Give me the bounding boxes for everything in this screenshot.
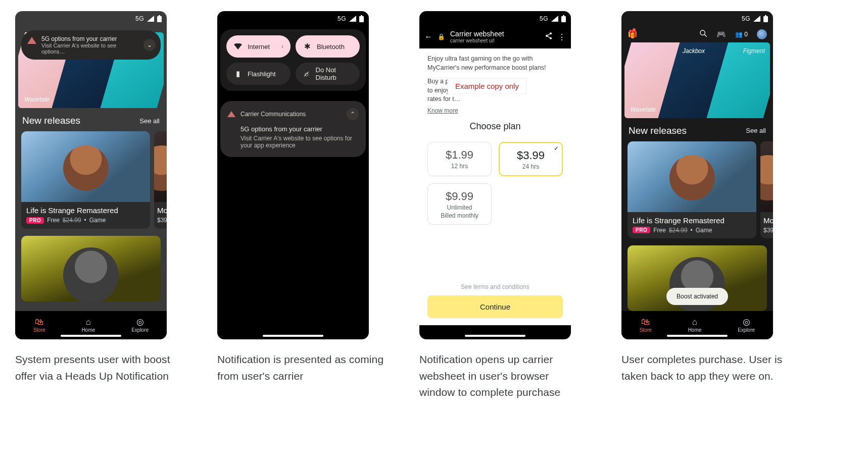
network-label: 5G [135, 15, 144, 22]
see-all-link[interactable]: See all [746, 127, 766, 134]
svg-rect-5 [361, 15, 362, 16]
svg-point-11 [550, 37, 552, 39]
status-bar: 5G [15, 11, 167, 26]
avatar[interactable] [757, 29, 767, 39]
nav-store[interactable]: 🛍 Store [640, 318, 652, 333]
phone-screen-1: 5G 5G options from your carrier Visit Ca… [15, 11, 167, 339]
headsup-notification[interactable]: 5G options from your carrier Visit Carri… [21, 30, 161, 60]
page-subtitle: carrier websheet url [450, 38, 504, 43]
game-art [760, 141, 773, 212]
price-free: Free [47, 217, 60, 224]
nav-explore[interactable]: ◎ Explore [131, 318, 149, 333]
nav-explore[interactable]: ◎ Explore [738, 318, 755, 333]
game-card-partial[interactable]: Moto $39.99 [154, 131, 167, 229]
svg-point-9 [550, 33, 552, 35]
choose-plan-heading: Choose plan [427, 121, 563, 132]
dnd-icon: ○ [303, 70, 311, 78]
svg-rect-2 [159, 15, 160, 16]
game-title-stub: Moto [154, 202, 167, 217]
featured-carousel[interactable]: Wavetale Jackbox Figment [624, 42, 770, 118]
phone-screen-3: 5G ← 🔒 Carrier websheet carrie [419, 11, 571, 339]
plan-desc: 12 hrs [432, 163, 487, 170]
people-count[interactable]: 👥 0 [735, 31, 748, 38]
status-bar: 5G [217, 11, 369, 26]
terms-link[interactable]: See terms and conditions [427, 283, 563, 290]
caption-4: User completes purchase. User is taken b… [621, 351, 788, 384]
nav-home[interactable]: ⌂ Home [688, 318, 702, 333]
game-card[interactable]: Life is Strange Remastered PRO Free $24.… [21, 131, 150, 229]
game-art [154, 131, 167, 202]
chevron-right-icon: › [281, 43, 283, 50]
category: Game [89, 217, 106, 224]
svg-marker-6 [551, 16, 558, 22]
qs-dnd[interactable]: ○ Do Not Disturb [296, 63, 360, 85]
svg-rect-13 [763, 16, 768, 22]
carrier-notification[interactable]: Carrier Communications ⌃ 5G options from… [220, 101, 366, 157]
svg-rect-1 [157, 16, 162, 22]
quick-settings: Internet › ✱ Bluetooth ▮ Flashlight ○ Do… [220, 29, 366, 91]
svg-rect-14 [765, 15, 766, 16]
game-art [628, 141, 756, 212]
signal-icon [551, 16, 558, 22]
qs-flashlight[interactable]: ▮ Flashlight [226, 63, 291, 85]
explore-icon: ◎ [743, 318, 750, 326]
battery-icon [561, 15, 566, 22]
svg-point-10 [546, 35, 548, 37]
caption-2: Notification is presented as coming from… [217, 351, 384, 384]
status-bar: 5G [419, 11, 571, 26]
controller-icon[interactable]: 🎮 [716, 30, 726, 39]
search-icon[interactable] [699, 29, 707, 39]
notif-body: Visit Carrier A's website to see options… [240, 135, 357, 149]
nav-home[interactable]: ⌂ Home [82, 318, 95, 333]
svg-marker-0 [147, 16, 154, 22]
store-app: 5G 5G options from your carrier Visit Ca… [15, 11, 167, 339]
battery-icon [763, 15, 768, 22]
know-more-link[interactable]: Know more [427, 107, 458, 114]
plan-grid: $1.99 12 hrs ✓ $3.99 24 hrs $9.99 Unlimi… [419, 142, 571, 225]
example-copy-overlay: Example copy only [448, 78, 526, 94]
plan-option[interactable]: $1.99 12 hrs [427, 142, 492, 176]
plan-option-selected[interactable]: ✓ $3.99 24 hrs [499, 142, 563, 176]
back-arrow-icon[interactable]: ← [424, 32, 432, 41]
pro-badge: PRO [26, 217, 44, 224]
battery-icon [157, 15, 162, 22]
promo-label-3: Figment [743, 47, 765, 113]
battery-icon [359, 15, 364, 22]
qs-bluetooth[interactable]: ✱ Bluetooth [296, 35, 360, 58]
checkmark-icon: ✓ [554, 145, 559, 152]
share-icon[interactable] [545, 32, 553, 42]
store-icon: 🛍 [641, 318, 650, 326]
promo-label-1: Wavetale [631, 106, 656, 113]
carrier-triangle-icon [27, 37, 36, 44]
continue-button[interactable]: Continue [427, 295, 563, 318]
game-card[interactable]: Life is Strange Remastered PRO Free $24.… [628, 141, 756, 239]
store-icon: 🛍 [35, 318, 43, 326]
caption-3: Notification opens up carrier websheet i… [419, 351, 586, 401]
nav-store[interactable]: 🛍 Store [33, 318, 45, 333]
plan-desc2: Billed monthly [432, 212, 487, 219]
people-icon: 👥 [735, 31, 743, 38]
caption-1: System presents user with boost offer vi… [15, 351, 182, 384]
expand-chevron-icon[interactable]: ⌄ [143, 39, 156, 51]
game-price-stub: $39.99 [760, 227, 773, 234]
gift-icon[interactable]: 🎁 [628, 29, 638, 39]
see-all-link[interactable]: See all [139, 117, 160, 125]
plan-option[interactable]: $9.99 Unlimited Billed monthly [427, 183, 492, 225]
notif-app-name: Carrier Communications [240, 111, 306, 118]
more-icon[interactable]: ⋮ [558, 32, 566, 42]
svg-point-15 [700, 30, 705, 35]
header-icons: 🎁 🎮 👥 0 [621, 26, 773, 42]
network-label: 5G [540, 15, 548, 22]
browser-toolbar: ← 🔒 Carrier websheet carrier websheet ur… [419, 26, 571, 48]
qs-internet[interactable]: Internet › [226, 35, 291, 58]
notification-subtitle: Visit Carrier A's website to see options… [41, 42, 140, 55]
promo-label-2: Jackbox [683, 47, 705, 113]
pro-badge: PRO [633, 227, 650, 233]
section-title: New releases [629, 125, 687, 136]
featured-card[interactable] [21, 236, 161, 301]
svg-rect-4 [359, 16, 364, 22]
collapse-chevron-icon[interactable]: ⌃ [347, 108, 359, 120]
toast: Boost activated [666, 288, 728, 305]
game-card-partial[interactable]: Moto $39.99 [760, 141, 773, 239]
flashlight-icon: ▮ [233, 69, 243, 78]
